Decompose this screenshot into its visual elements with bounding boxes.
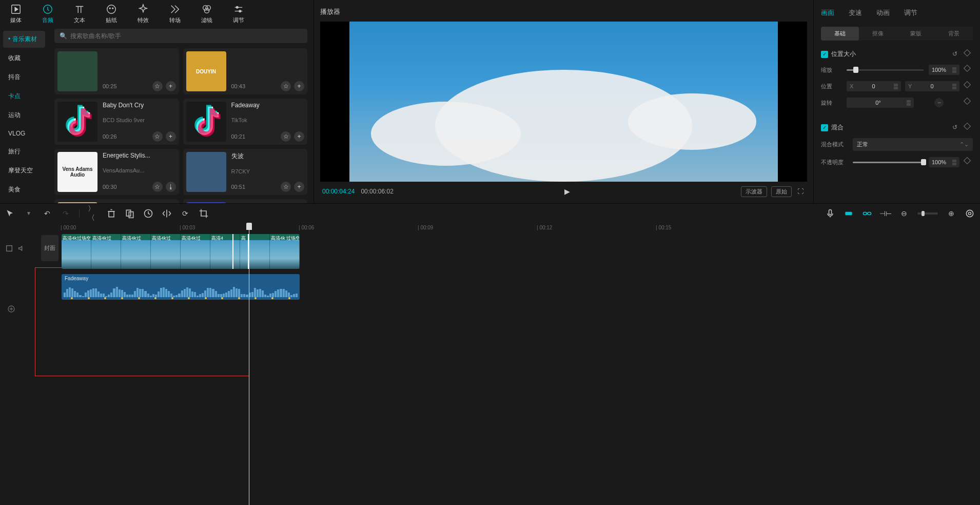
keyframe-icon[interactable] bbox=[965, 50, 973, 59]
favorite-icon[interactable]: ☆ bbox=[152, 81, 163, 91]
music-card[interactable]: 00:25☆+ bbox=[54, 48, 179, 94]
rotate-dial[interactable]: − bbox=[934, 98, 944, 107]
tab-audio[interactable]: 音频 bbox=[37, 2, 58, 26]
video-clip[interactable]: 高清4k过 bbox=[121, 234, 151, 269]
split-button[interactable]: 〉〈 bbox=[88, 208, 98, 219]
tab-animation[interactable]: 动画 bbox=[876, 8, 890, 17]
favorite-icon[interactable]: ☆ bbox=[281, 131, 291, 142]
video-clip[interactable]: 高清4k 过场空镜头天 bbox=[270, 234, 300, 269]
tab-adjust-right[interactable]: 调节 bbox=[904, 8, 917, 17]
music-card[interactable]: 失波R7CKY00:51☆+ bbox=[183, 149, 308, 195]
align-button[interactable]: ⊣⊢ bbox=[880, 208, 891, 219]
opacity-keyframe-icon[interactable] bbox=[965, 158, 973, 166]
subtab-basic[interactable]: 基础 bbox=[821, 27, 859, 41]
play-button[interactable]: ▶ bbox=[564, 187, 570, 196]
lock-icon[interactable] bbox=[5, 244, 13, 252]
sidebar-item-music[interactable]: 音乐素材 bbox=[3, 31, 45, 48]
position-size-checkbox[interactable]: ✓ bbox=[821, 51, 828, 58]
blend-checkbox[interactable]: ✓ bbox=[821, 124, 828, 131]
mirror-button[interactable] bbox=[162, 208, 172, 219]
video-clip[interactable]: 高清4k过 bbox=[151, 234, 181, 269]
video-track[interactable]: 高清4k过场空高清4k过高清4k过高清4k过高清4k过高清4高高清4k 过场空镜… bbox=[62, 234, 300, 269]
video-clip[interactable]: 高 bbox=[240, 234, 270, 269]
blend-mode-dropdown[interactable]: 正常⌃⌄ bbox=[853, 138, 973, 151]
link-button[interactable] bbox=[862, 208, 872, 219]
add-icon[interactable]: + bbox=[294, 182, 304, 192]
tab-media[interactable]: 媒体 bbox=[5, 2, 27, 26]
tab-filter[interactable]: 滤镜 bbox=[196, 2, 218, 26]
search-input[interactable] bbox=[70, 32, 302, 40]
rotate-input[interactable]: 0° bbox=[847, 98, 914, 108]
tab-picture[interactable]: 画面 bbox=[821, 8, 834, 17]
rotate-keyframe-icon[interactable] bbox=[965, 99, 973, 107]
fx-track-icon[interactable] bbox=[7, 305, 15, 315]
position-y-input[interactable]: Y0 bbox=[905, 81, 959, 91]
opacity-input[interactable]: 100% bbox=[929, 157, 959, 167]
video-clip[interactable]: 高清4k过 bbox=[181, 234, 210, 269]
sidebar-item-travel[interactable]: 旅行 bbox=[3, 143, 45, 160]
add-icon[interactable]: + bbox=[294, 131, 304, 142]
sidebar-item-beat[interactable]: 卡点 bbox=[3, 88, 45, 105]
subtab-bg[interactable]: 背景 bbox=[935, 27, 973, 41]
sidebar-item-fav[interactable]: 收藏 bbox=[3, 50, 45, 67]
music-card[interactable]: BOOMBoom BoomCHYL bbox=[183, 199, 308, 203]
add-icon[interactable]: + bbox=[294, 81, 304, 91]
timeline-ruler[interactable]: | 00:00| 00:03| 00:06| 00:09| 00:12| 00:… bbox=[40, 223, 980, 234]
scale-slider[interactable] bbox=[847, 69, 924, 71]
mute-icon[interactable] bbox=[17, 244, 26, 252]
tab-sticker[interactable]: 贴纸 bbox=[101, 2, 122, 26]
music-card[interactable]: FadeawayTikTok00:21☆+ bbox=[183, 99, 308, 145]
zoom-slider[interactable] bbox=[917, 212, 938, 215]
tab-adjust[interactable]: 调节 bbox=[228, 2, 249, 26]
original-button[interactable]: 原始 bbox=[771, 186, 792, 197]
sidebar-item-sport[interactable]: 运动 bbox=[3, 107, 45, 124]
favorite-icon[interactable]: ☆ bbox=[281, 182, 291, 192]
favorite-icon[interactable]: ☆ bbox=[281, 81, 291, 91]
playhead[interactable] bbox=[249, 223, 249, 505]
redo-button[interactable]: ↷ bbox=[61, 208, 71, 219]
scale-input[interactable]: 100% bbox=[929, 65, 959, 75]
search-box[interactable]: 🔍 bbox=[54, 29, 307, 43]
favorite-icon[interactable]: ☆ bbox=[152, 182, 163, 192]
delete-button[interactable] bbox=[106, 208, 116, 219]
zoom-fit-button[interactable] bbox=[965, 208, 975, 219]
reset-icon[interactable]: ↺ bbox=[952, 50, 961, 59]
sidebar-item-vlog[interactable]: VLOG bbox=[3, 126, 45, 141]
sidebar-item-douyin[interactable]: 抖音 bbox=[3, 69, 45, 86]
tab-text[interactable]: 文本 bbox=[69, 2, 90, 26]
fullscreen-icon[interactable]: ⛶ bbox=[796, 187, 805, 196]
add-icon[interactable]: + bbox=[166, 131, 176, 142]
tab-speed[interactable]: 变速 bbox=[849, 8, 862, 17]
snap-button[interactable] bbox=[844, 208, 854, 219]
position-keyframe-icon[interactable] bbox=[965, 82, 973, 90]
music-card[interactable]: Baby Don't CryBCD Studio 9ver00:26☆+ bbox=[54, 99, 179, 145]
video-clip[interactable]: 高清4k过场空 bbox=[62, 234, 91, 269]
undo-button[interactable]: ↶ bbox=[42, 208, 52, 219]
zoom-in-button[interactable]: ⊕ bbox=[946, 208, 956, 219]
download-icon[interactable]: ⭳ bbox=[166, 182, 176, 192]
cover-label[interactable]: 封面 bbox=[41, 235, 58, 261]
subtab-cutout[interactable]: 抠像 bbox=[859, 27, 897, 41]
audio-track[interactable]: Fadeaway bbox=[62, 274, 300, 300]
mic-button[interactable] bbox=[825, 208, 835, 219]
music-card[interactable]: DOUYIN00:43☆+ bbox=[183, 48, 308, 94]
rotate-button[interactable]: ⟳ bbox=[180, 208, 190, 219]
preview-viewport[interactable] bbox=[320, 22, 807, 182]
video-clip[interactable]: 高清4 bbox=[210, 234, 240, 269]
music-card[interactable]: Vens Adams AudioEnergetic Stylis...VensA… bbox=[54, 149, 179, 195]
timeline[interactable]: | 00:00| 00:03| 00:06| 00:09| 00:12| 00:… bbox=[0, 223, 980, 505]
video-clip[interactable]: 高清4k过 bbox=[91, 234, 121, 269]
add-icon[interactable]: + bbox=[166, 81, 176, 91]
oscilloscope-button[interactable]: 示波器 bbox=[741, 186, 767, 197]
tab-effect[interactable]: 特效 bbox=[132, 2, 154, 26]
scale-keyframe-icon[interactable] bbox=[965, 66, 973, 74]
zoom-out-button[interactable]: ⊖ bbox=[899, 208, 909, 219]
favorite-icon[interactable]: ☆ bbox=[152, 131, 163, 142]
tab-transition[interactable]: 转场 bbox=[164, 2, 186, 26]
copy-button[interactable] bbox=[125, 208, 135, 219]
subtab-mask[interactable]: 蒙版 bbox=[897, 27, 935, 41]
position-x-input[interactable]: X0 bbox=[847, 81, 901, 91]
sidebar-item-food[interactable]: 美食 bbox=[3, 181, 45, 198]
cursor-tool[interactable] bbox=[5, 208, 15, 219]
crop-button[interactable] bbox=[199, 208, 209, 219]
